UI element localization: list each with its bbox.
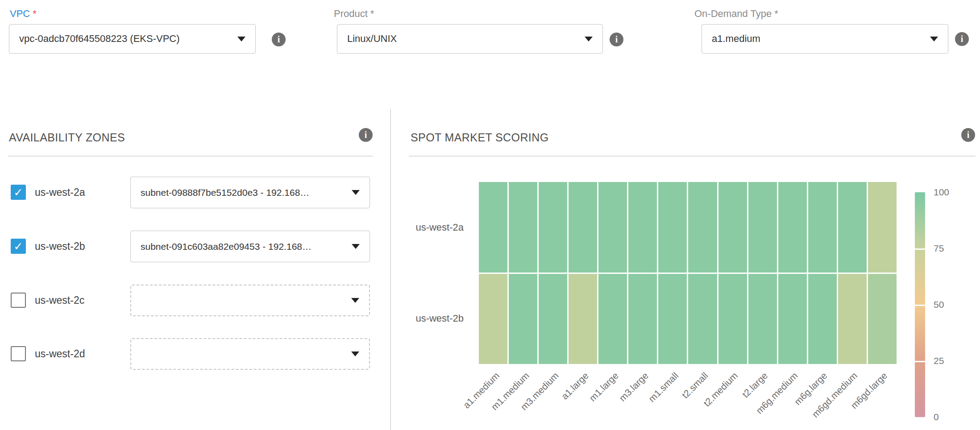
heatmap-cell	[658, 274, 687, 364]
legend-tick-label: 0	[934, 412, 939, 422]
zone-label: us-west-2b	[35, 238, 85, 255]
heatmap-cell	[718, 182, 747, 273]
heatmap-cell	[569, 182, 597, 273]
x-axis-label: m1.large	[587, 370, 621, 404]
chevron-down-icon	[351, 298, 359, 303]
heatmap-cell	[748, 274, 777, 364]
chevron-down-icon	[930, 37, 938, 41]
heatmap-row-label: us-west-2a	[358, 219, 464, 236]
legend-separator	[915, 248, 925, 250]
chevron-down-icon	[352, 244, 360, 249]
on-demand-type-label-text: On-Demand Type	[694, 8, 772, 19]
heatmap-cell	[658, 182, 687, 273]
heatmap-cell	[778, 182, 807, 273]
heatmap-cell	[688, 182, 717, 273]
check-icon: ✓	[14, 241, 23, 252]
zone-label: us-west-2c	[35, 292, 84, 309]
zone-checkbox[interactable]: ✓	[11, 185, 26, 200]
vpc-required-asterisk: *	[33, 8, 37, 19]
zone-checkbox[interactable]: ✓	[11, 239, 26, 254]
spot-market-config-page: VPC* vpc-0adcb70f645508223 (EKS-VPC) i P…	[0, 0, 980, 430]
check-icon: ✓	[14, 187, 23, 198]
product-label-text: Product	[334, 8, 368, 19]
legend-tick-label: 75	[934, 243, 944, 254]
subnet-select[interactable]: subnet-091c603aa82e09453 - 192.168…	[130, 231, 370, 262]
heatmap-cell	[598, 182, 627, 273]
zone-checkbox[interactable]: ✓	[11, 346, 26, 361]
heatmap-cell	[539, 274, 567, 364]
spot-market-scoring-title: SPOT MARKET SCORING	[411, 131, 549, 144]
availability-zones-info-icon[interactable]: i	[359, 128, 373, 142]
heatmap-grid	[479, 182, 897, 364]
zone-checkbox[interactable]: ✓	[11, 293, 26, 308]
heatmap-cell	[838, 182, 867, 273]
product-select-value: Linux/UNIX	[347, 33, 578, 45]
heatmap-cell	[688, 274, 717, 364]
heatmap-cell	[808, 182, 837, 273]
heatmap-cell	[569, 274, 597, 364]
x-axis-label: t2.large	[740, 370, 770, 400]
legend-tick-label: 50	[934, 299, 944, 310]
chevron-down-icon	[351, 351, 359, 356]
legend-tick-label: 100	[934, 187, 949, 198]
x-axis-label: m1.small	[646, 370, 680, 404]
subnet-select[interactable]	[130, 338, 370, 370]
x-axis-label: m3.large	[617, 370, 651, 404]
legend-ticks: 1007550250	[934, 192, 965, 417]
heatmap-cell	[509, 274, 537, 364]
legend-separator	[915, 361, 925, 362]
vpc-info-icon[interactable]: i	[272, 33, 286, 46]
on-demand-type-info-icon[interactable]: i	[955, 32, 969, 46]
heatmap-cell	[868, 274, 897, 364]
subnet-select-value: subnet-091c603aa82e09453 - 192.168…	[141, 241, 345, 252]
on-demand-type-select[interactable]: a1.medium	[702, 24, 948, 54]
heatmap-cell	[539, 182, 567, 273]
product-info-icon[interactable]: i	[610, 33, 623, 46]
availability-zones-title: AVAILABILITY ZONES	[9, 131, 125, 144]
subnet-select-value: subnet-09888f7be5152d0e3 - 192.168…	[141, 187, 345, 198]
heatmap-cell	[479, 274, 507, 364]
subnet-select[interactable]: subnet-09888f7be5152d0e3 - 192.168…	[130, 177, 370, 208]
heatmap-row-label: us-west-2b	[358, 310, 464, 327]
subnet-select[interactable]	[130, 285, 370, 316]
product-required-asterisk: *	[370, 8, 374, 19]
section-vertical-divider	[390, 109, 391, 430]
x-axis-label: a1.large	[559, 370, 591, 402]
legend-separator	[915, 305, 925, 306]
vpc-label-text: VPC	[10, 8, 30, 19]
availability-zones-divider	[8, 156, 373, 157]
on-demand-required-asterisk: *	[774, 8, 778, 19]
heatmap-cell	[778, 274, 807, 364]
heatmap-cell	[838, 274, 867, 364]
heatmap-cell	[868, 182, 897, 273]
zone-label: us-west-2d	[35, 345, 85, 362]
legend-tick-label: 25	[934, 356, 944, 366]
on-demand-type-label: On-Demand Type*	[694, 8, 778, 20]
heatmap-col-labels: a1.mediumm1.mediumm3.mediuma1.largem1.la…	[479, 367, 897, 430]
product-label: Product*	[334, 8, 374, 20]
on-demand-type-select-value: a1.medium	[712, 33, 924, 45]
heatmap-cell	[718, 274, 747, 364]
heatmap-cell	[479, 182, 507, 273]
chevron-down-icon	[352, 190, 360, 195]
product-select[interactable]: Linux/UNIX	[337, 24, 603, 54]
vpc-label: VPC*	[10, 8, 37, 20]
heatmap-cell	[808, 274, 837, 364]
spot-market-scoring-divider	[409, 156, 976, 157]
vpc-select-value: vpc-0adcb70f645508223 (EKS-VPC)	[19, 33, 231, 45]
chevron-down-icon	[585, 37, 593, 41]
heatmap-cell	[509, 182, 537, 273]
heatmap-cell	[628, 182, 657, 273]
spot-market-scoring-info-icon[interactable]: i	[961, 128, 975, 142]
vpc-select[interactable]: vpc-0adcb70f645508223 (EKS-VPC)	[9, 24, 256, 54]
heatmap-cell	[598, 274, 627, 364]
heatmap-cell	[628, 274, 657, 364]
heatmap-legend-bar	[915, 192, 925, 417]
zone-label: us-west-2a	[35, 184, 85, 201]
chevron-down-icon	[237, 37, 245, 41]
heatmap-cell	[748, 182, 777, 273]
